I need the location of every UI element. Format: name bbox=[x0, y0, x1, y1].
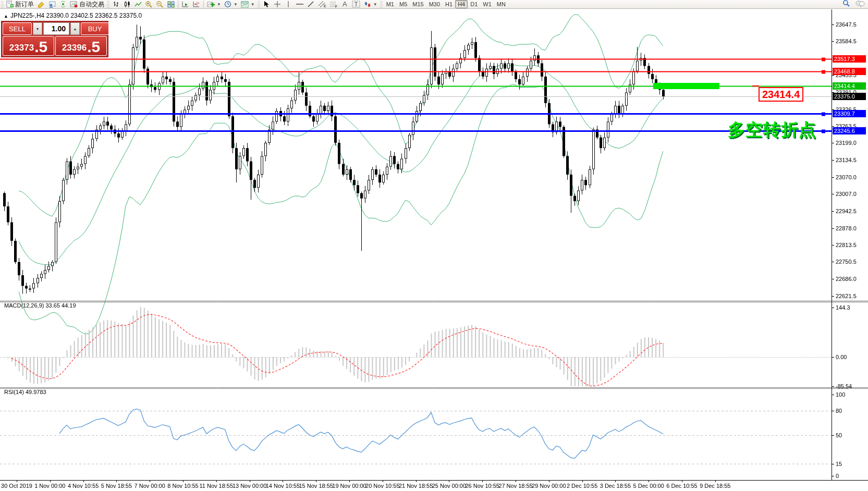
date-tick-label: 20 Nov 10:55 bbox=[365, 483, 399, 489]
chart-canvas[interactable] bbox=[0, 9, 868, 491]
price-level-label: 23375.0 bbox=[833, 93, 866, 100]
text-label-button[interactable]: T bbox=[350, 0, 362, 8]
date-tick-label: 6 Dec 10:55 bbox=[666, 483, 697, 489]
line-chart-icon bbox=[135, 1, 142, 8]
indicators-button[interactable]: ▼ bbox=[205, 0, 223, 8]
date-tick-label: 15 Nov 18:55 bbox=[299, 483, 333, 489]
profile-icon bbox=[48, 1, 56, 8]
date-tick-label: 5 Dec 00:00 bbox=[633, 483, 664, 489]
buy-price[interactable]: 23396 .5 bbox=[55, 36, 107, 56]
zoom-out-button[interactable] bbox=[154, 0, 165, 8]
price-tick-label: 22686.0 bbox=[836, 276, 857, 282]
sell-price[interactable]: 23373 .5 bbox=[3, 36, 54, 56]
sell-price-pips: .5 bbox=[34, 39, 47, 55]
timeframe-button-m30[interactable]: M30 bbox=[426, 0, 443, 8]
template-icon bbox=[241, 1, 249, 8]
toolbar-drag-handle[interactable] bbox=[258, 1, 260, 8]
volume-increase-button[interactable]: ▲ bbox=[70, 22, 80, 35]
date-tick-label: 21 Nov 18:55 bbox=[399, 483, 433, 489]
chevron-down-icon: ▼ bbox=[251, 2, 255, 7]
horizontal-line-button[interactable] bbox=[294, 0, 305, 8]
timeframe-button-m15[interactable]: M15 bbox=[410, 0, 426, 8]
timeframe-button-m5[interactable]: M5 bbox=[397, 0, 410, 8]
rsi-axis-label: 80 bbox=[836, 408, 842, 414]
volume-input[interactable] bbox=[43, 22, 69, 35]
chart-window: ▲JPN225-,H4 23390.0 23402.5 23362.5 2337… bbox=[0, 9, 868, 491]
chevron-down-icon: ▼ bbox=[217, 2, 221, 7]
toolbar-drag-handle[interactable] bbox=[380, 1, 383, 8]
equidistant-channel-button[interactable]: E bbox=[316, 0, 328, 8]
search-icon[interactable] bbox=[842, 0, 850, 9]
buy-price-pips: .5 bbox=[87, 39, 100, 55]
date-tick-label: 26 Nov 10:55 bbox=[465, 483, 499, 489]
indicators-icon bbox=[207, 1, 215, 8]
vertical-line-button[interactable] bbox=[283, 0, 294, 8]
volume-decrease-button[interactable]: ▼ bbox=[33, 22, 42, 35]
periods-button[interactable]: ▼ bbox=[223, 0, 239, 8]
date-tick-label: 8 Nov 10:55 bbox=[167, 483, 198, 489]
profile-button[interactable] bbox=[46, 0, 57, 8]
price-level-label: 23414.4 bbox=[833, 82, 866, 90]
date-tick-label: 2 Dec 10:55 bbox=[567, 483, 597, 489]
price-tag-annotation[interactable]: 23414.4 bbox=[759, 87, 803, 102]
text-label-icon: T bbox=[352, 1, 360, 8]
fibonacci-button[interactable]: F bbox=[328, 0, 339, 8]
line-chart-button[interactable] bbox=[132, 0, 143, 8]
symbol-header: ▲JPN225-,H4 23390.0 23402.5 23362.5 2337… bbox=[4, 12, 142, 19]
cursor-icon bbox=[263, 1, 270, 8]
price-tick-label: 22813.5 bbox=[836, 242, 857, 248]
timeframe-button-h1[interactable]: H1 bbox=[443, 0, 455, 8]
equidistant-channel-icon: E bbox=[318, 1, 326, 8]
date-tick-label: 25 Nov 00:00 bbox=[432, 483, 466, 489]
tile-windows-button[interactable] bbox=[165, 0, 176, 8]
timeframe-button-d1[interactable]: D1 bbox=[468, 0, 480, 8]
macd-axis-label: 144.3 bbox=[836, 304, 850, 311]
toolbar-separator bbox=[203, 1, 204, 8]
price-tick-label: 22621.5 bbox=[836, 293, 857, 299]
buy-button[interactable]: BUY bbox=[81, 22, 109, 35]
date-tick-label: 3 Dec 18:55 bbox=[600, 483, 631, 489]
toolbar: 新订单 自动交易 bbox=[0, 0, 868, 9]
text-button[interactable]: A bbox=[339, 0, 350, 8]
signals-button[interactable] bbox=[57, 0, 68, 8]
cursor-button[interactable] bbox=[261, 0, 272, 8]
arrows-button[interactable]: ▼ bbox=[362, 0, 379, 8]
templates-button[interactable]: ▼ bbox=[239, 0, 256, 8]
toolbar-drag-handle[interactable] bbox=[107, 1, 109, 8]
price-tick-label: 23134.5 bbox=[836, 157, 857, 163]
rsi-label: RSI(14) 49.9783 bbox=[4, 389, 46, 395]
rsi-axis-label: 15 bbox=[836, 461, 842, 467]
timeframe-button-h4[interactable]: H4 bbox=[455, 0, 468, 8]
chart-shift-icon bbox=[192, 1, 200, 8]
auto-trading-button[interactable]: 自动交易 bbox=[68, 0, 106, 8]
sell-button[interactable]: SELL bbox=[3, 22, 32, 35]
new-order-icon bbox=[6, 1, 14, 8]
crosshair-button[interactable] bbox=[272, 0, 283, 8]
macd-label: MACD(12,26,9) 33.65 44.19 bbox=[4, 302, 76, 309]
timeframe-button-m1[interactable]: M1 bbox=[384, 0, 397, 8]
candlestick-chart-button[interactable] bbox=[121, 0, 132, 8]
chat-icon[interactable] bbox=[855, 0, 865, 9]
svg-text:E: E bbox=[324, 4, 326, 8]
toolbar-drag-handle[interactable] bbox=[1, 1, 4, 8]
rsi-axis-label: 100 bbox=[836, 391, 845, 398]
date-tick-label: 27 Nov 18:55 bbox=[498, 483, 532, 489]
new-order-button[interactable]: 新订单 bbox=[5, 0, 35, 8]
date-tick-label: 14 Nov 10:55 bbox=[266, 483, 300, 489]
auto-scroll-button[interactable] bbox=[180, 0, 191, 8]
timeframe-button-w1[interactable]: W1 bbox=[480, 0, 494, 8]
collapse-arrow-icon[interactable]: ▲ bbox=[4, 14, 8, 19]
trendline-button[interactable] bbox=[305, 0, 316, 8]
zoom-in-button[interactable] bbox=[143, 0, 154, 8]
timeframe-button-mn[interactable]: MN bbox=[494, 0, 508, 8]
chart-shift-button[interactable] bbox=[191, 0, 202, 8]
horizontal-line-icon bbox=[296, 2, 304, 7]
rsi-axis-label: 50 bbox=[836, 432, 842, 438]
price-tick-label: 22750.5 bbox=[836, 259, 857, 265]
zoom-in-icon bbox=[145, 1, 153, 8]
turning-point-text[interactable]: 多空转折点 bbox=[728, 118, 816, 142]
trendline-icon bbox=[307, 1, 314, 8]
bar-chart-button[interactable] bbox=[111, 0, 121, 8]
styles-button[interactable] bbox=[35, 0, 46, 8]
auto-trading-label: 自动交易 bbox=[79, 0, 104, 9]
